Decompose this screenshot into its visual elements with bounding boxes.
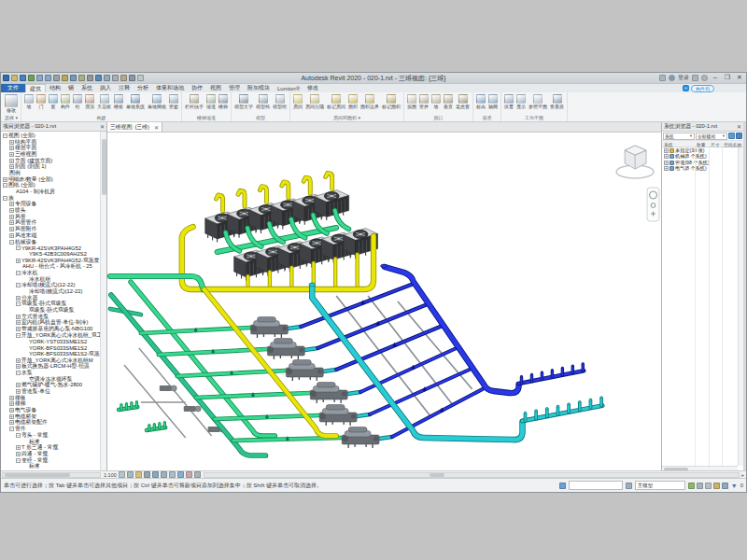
tree-item[interactable]: −开放_YORK离心式冷水机组_双工况: [3, 332, 106, 339]
ribbon-button-屋顶[interactable]: 屋顶: [84, 93, 95, 109]
ribbon-button-柱[interactable]: 柱: [72, 93, 83, 109]
save-icon[interactable]: [20, 75, 26, 81]
ribbon-button-幕墙网格[interactable]: 幕墙网格: [147, 93, 167, 109]
measure-icon[interactable]: [62, 75, 68, 81]
tree-expander-icon[interactable]: +: [9, 408, 14, 413]
tree-item[interactable]: 双吸泵-卧式双吸泵: [3, 307, 106, 314]
tree-expander-icon[interactable]: +: [16, 315, 21, 319]
ribbon-button-查看器[interactable]: 查看器: [549, 93, 565, 109]
ribbon-button-楼梯[interactable]: 楼梯: [218, 93, 229, 109]
close-hidden-icon[interactable]: [120, 75, 127, 81]
filter-icon[interactable]: ▼: [731, 483, 738, 489]
text-icon[interactable]: [87, 75, 93, 81]
tree-expander-icon[interactable]: −: [3, 183, 7, 188]
revit-logo-icon[interactable]: [3, 75, 9, 81]
tree-item[interactable]: 冷却塔(横流式)(12-22): [3, 288, 106, 295]
ribbon-tab-钢[interactable]: 钢: [64, 84, 78, 92]
workset-select[interactable]: [569, 481, 623, 490]
background-processes-icon[interactable]: [688, 483, 695, 489]
thin-lines-icon[interactable]: [112, 75, 119, 81]
tree-expander-icon[interactable]: −: [16, 458, 21, 463]
view-tab-close-icon[interactable]: ✕: [154, 124, 159, 131]
select-underlay-icon[interactable]: [705, 483, 712, 489]
ribbon-button-老虎窗[interactable]: 老虎窗: [455, 93, 471, 109]
plugin-button[interactable]: 构件坞: [691, 85, 714, 92]
tree-expander-icon[interactable]: +: [16, 327, 21, 331]
sign-in-button[interactable]: 登录: [678, 74, 689, 82]
print-icon[interactable]: [53, 75, 60, 81]
tree-expander-icon[interactable]: +: [664, 154, 669, 159]
ribbon-button-标高[interactable]: 标高: [475, 93, 486, 109]
tree-item[interactable]: −管件: [3, 426, 106, 432]
tree-expander-icon[interactable]: −: [16, 271, 21, 275]
tree-expander-icon[interactable]: +: [664, 161, 669, 165]
filter-count[interactable]: 0: [740, 483, 743, 488]
worksharing-display-icon[interactable]: [194, 471, 201, 478]
tree-expander-icon[interactable]: +: [9, 233, 14, 238]
ribbon-tab-结构[interactable]: 结构: [46, 84, 64, 92]
help-icon[interactable]: [701, 75, 708, 81]
scroll-right-arrow-icon[interactable]: ▸: [740, 472, 746, 478]
ribbon-button-栏杆扶手[interactable]: 栏杆扶手: [184, 93, 204, 109]
app-store-icon[interactable]: [692, 75, 698, 81]
ribbon-button-修改[interactable]: 修改: [4, 93, 19, 113]
worksets-icon[interactable]: [559, 483, 566, 489]
select-pinned-icon[interactable]: [713, 483, 720, 489]
ribbon-button-幕墙系统[interactable]: 幕墙系统: [125, 93, 146, 109]
tree-expander-icon[interactable]: −: [3, 196, 7, 201]
3d-model-view[interactable]: [107, 133, 661, 472]
ribbon-button-坡道[interactable]: 坡道: [205, 93, 217, 109]
tree-expander-icon[interactable]: +: [9, 396, 14, 400]
tree-expander-icon[interactable]: +: [16, 358, 21, 363]
show-crop-icon[interactable]: [169, 471, 176, 478]
tree-expander-icon[interactable]: −: [16, 301, 21, 306]
tree-expander-icon[interactable]: +: [16, 296, 21, 301]
select-links-icon[interactable]: [697, 483, 703, 489]
ribbon-button-墙[interactable]: 墙: [430, 93, 442, 109]
tree-expander-icon[interactable]: −: [9, 427, 14, 431]
plugin-icon[interactable]: ∞: [683, 85, 689, 91]
visual-style-icon[interactable]: [127, 471, 134, 478]
tree-expander-icon[interactable]: +: [664, 148, 669, 153]
ribbon-button-竖梃[interactable]: 竖梃: [168, 93, 179, 109]
ribbon-button-设置[interactable]: 设置: [503, 93, 514, 109]
ribbon-tab-管理[interactable]: 管理: [225, 84, 244, 92]
drag-elements-icon[interactable]: [722, 483, 728, 489]
ribbon-button-模型文字[interactable]: 模型文字: [233, 93, 254, 109]
detail-level-icon[interactable]: [119, 471, 125, 478]
system-browser-close-icon[interactable]: ✕: [737, 123, 741, 130]
ribbon-button-窗[interactable]: 窗: [48, 93, 59, 109]
tree-expander-icon[interactable]: +: [9, 140, 14, 145]
ribbon-button-面积[interactable]: 面积: [347, 93, 359, 109]
tree-item[interactable]: −Y9KR-42SVK3PAH4G52: [3, 245, 106, 251]
ribbon-tab-视图[interactable]: 视图: [206, 84, 225, 92]
ribbon-button-面积边界[interactable]: 面积边界: [359, 93, 380, 109]
design-option-select[interactable]: 主模型: [635, 481, 685, 490]
tree-expander-icon[interactable]: +: [664, 166, 669, 171]
tree-expander-icon[interactable]: +: [9, 220, 14, 225]
ribbon-tab-修改[interactable]: 修改: [303, 84, 322, 92]
tree-expander-icon[interactable]: +: [9, 159, 14, 163]
tree-expander-icon[interactable]: −: [16, 371, 21, 375]
ribbon-button-楼板[interactable]: 楼板: [113, 93, 124, 109]
ribbon-button-显示[interactable]: 显示: [515, 93, 527, 109]
column-settings-icon[interactable]: [736, 133, 742, 139]
sun-path-icon[interactable]: [135, 471, 142, 478]
crop-view-icon[interactable]: [161, 471, 167, 478]
file-tab[interactable]: 文件: [1, 84, 25, 92]
tree-item[interactable]: −变径 - 常规: [3, 457, 106, 464]
ribbon-button-房间[interactable]: 房间: [292, 93, 303, 109]
aligned-dimension-icon[interactable]: [70, 75, 77, 81]
ribbon-button-房间分隔[interactable]: 房间分隔: [304, 93, 325, 109]
open-icon[interactable]: [11, 75, 18, 81]
redo-icon[interactable]: [45, 75, 51, 81]
ribbon-tab-建筑[interactable]: 建筑: [25, 84, 46, 92]
ribbon-button-模型线[interactable]: 模型线: [255, 93, 271, 109]
system-row[interactable]: +电气(8 个系统): [662, 166, 743, 173]
system-browser-header[interactable]: 系统浏览器 - 020-1.rvt ✕: [662, 122, 743, 132]
ribbon-button-垂直[interactable]: 垂直: [443, 93, 454, 109]
user-interface-icon[interactable]: [129, 75, 135, 81]
tree-item[interactable]: 标准: [3, 463, 106, 469]
restore-button[interactable]: ❐: [723, 74, 732, 82]
view-tab-3d[interactable]: 三维视图: {三维} ✕: [107, 122, 162, 132]
